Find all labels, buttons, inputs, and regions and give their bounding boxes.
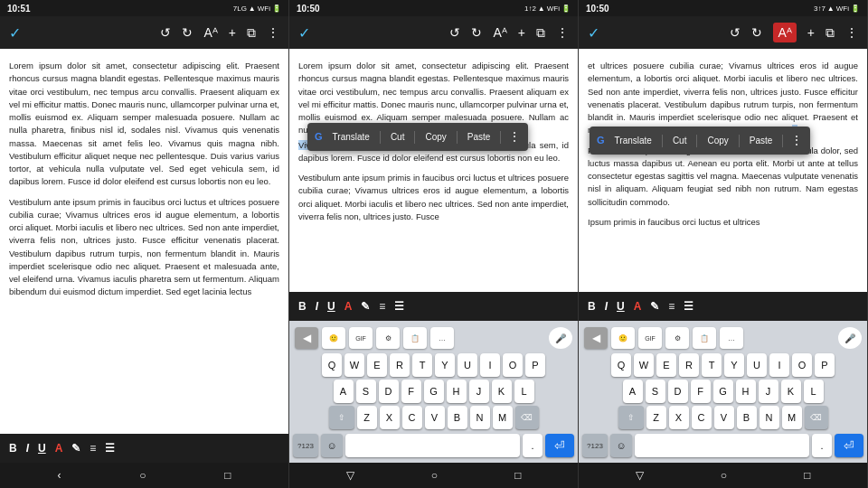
copy-icon-1[interactable]: ⧉	[247, 25, 256, 41]
key-E-3[interactable]: E	[656, 353, 676, 377]
undo-icon-3[interactable]: ↺	[730, 25, 741, 40]
bold-icon-3[interactable]: B	[588, 300, 596, 313]
key-I-2[interactable]: I	[480, 353, 500, 377]
undo-icon-1[interactable]: ↺	[160, 25, 171, 40]
kb-clipboard-btn-2[interactable]: 📋	[403, 327, 427, 349]
bullet-icon-3[interactable]: ☰	[684, 300, 693, 313]
highlight-icon-3[interactable]: ✎	[650, 300, 659, 313]
home-nav-2[interactable]: ○	[431, 469, 438, 482]
redo-icon-2[interactable]: ↻	[471, 25, 482, 40]
key-backspace-2[interactable]: ⌫	[515, 406, 539, 429]
underline-icon-3[interactable]: U	[617, 300, 625, 313]
key-P-3[interactable]: P	[815, 353, 835, 377]
recent-nav-1[interactable]: □	[224, 469, 231, 482]
highlight-icon-1[interactable]: ✎	[71, 442, 80, 455]
key-K-2[interactable]: K	[492, 380, 512, 403]
key-P-2[interactable]: P	[525, 353, 545, 377]
key-T-2[interactable]: T	[412, 353, 432, 377]
add-icon-1[interactable]: +	[229, 25, 236, 40]
key-shift-3[interactable]: ⇧	[618, 406, 644, 429]
font-icon-1[interactable]: Aᴬ	[203, 25, 217, 40]
bold-icon-2[interactable]: B	[298, 300, 307, 313]
highlight-icon-2[interactable]: ✎	[361, 300, 370, 313]
key-S-2[interactable]: S	[356, 380, 376, 403]
key-numsym-2[interactable]: ?123	[293, 434, 318, 457]
key-H-2[interactable]: H	[447, 380, 467, 403]
key-Z-2[interactable]: Z	[357, 406, 377, 429]
cut-btn-2[interactable]: Cut	[388, 128, 408, 145]
key-E-2[interactable]: E	[367, 353, 387, 377]
redo-icon-1[interactable]: ↻	[182, 25, 193, 40]
kb-mic-btn-3[interactable]: 🎤	[838, 327, 862, 349]
key-U-2[interactable]: U	[458, 353, 477, 377]
recent-nav-3[interactable]: □	[804, 469, 810, 482]
paste-btn-2[interactable]: Paste	[465, 128, 494, 145]
copy-icon-3[interactable]: ⧉	[826, 25, 835, 41]
add-icon-2[interactable]: +	[518, 25, 525, 40]
italic-icon-1[interactable]: I	[26, 442, 29, 455]
key-C-2[interactable]: C	[402, 406, 422, 429]
key-R-3[interactable]: R	[679, 353, 699, 377]
font-color-icon-3[interactable]: A	[634, 300, 642, 313]
more-icon-2[interactable]: ⋮	[556, 25, 569, 40]
key-X-2[interactable]: X	[380, 406, 400, 429]
kb-sticker-btn-2[interactable]: 🙂	[322, 327, 345, 349]
key-shift-2[interactable]: ⇧	[329, 406, 354, 429]
more-menu-icon-2[interactable]: ⋮	[508, 127, 521, 146]
back-nav-1[interactable]: ‹	[57, 469, 61, 482]
key-G-3[interactable]: G	[713, 380, 733, 403]
key-L-2[interactable]: L	[514, 380, 534, 403]
key-F-3[interactable]: F	[691, 380, 711, 403]
key-period-2[interactable]: .	[523, 434, 542, 457]
key-Q-3[interactable]: Q	[611, 353, 631, 377]
key-A-2[interactable]: A	[334, 380, 354, 403]
key-backspace-3[interactable]: ⌫	[805, 406, 828, 429]
key-G-2[interactable]: G	[424, 380, 444, 403]
key-J-2[interactable]: J	[469, 380, 489, 403]
check-icon-1[interactable]: ✓	[9, 24, 21, 42]
align-icon-1[interactable]: ≡	[90, 442, 96, 455]
add-icon-3[interactable]: +	[807, 25, 815, 40]
font-icon-3[interactable]: Aᴬ	[773, 23, 796, 42]
home-nav-1[interactable]: ○	[139, 469, 146, 482]
translate-btn-3[interactable]: Translate	[612, 132, 655, 149]
cut-btn-3[interactable]: Cut	[670, 132, 690, 149]
key-A-3[interactable]: A	[623, 380, 643, 403]
kb-settings-btn-3[interactable]: ⚙	[665, 327, 689, 349]
undo-icon-2[interactable]: ↺	[449, 25, 460, 40]
key-B-2[interactable]: B	[448, 406, 467, 429]
more-icon-1[interactable]: ⋮	[267, 25, 279, 40]
more-menu-icon-3[interactable]: ⋮	[790, 131, 803, 150]
align-icon-2[interactable]: ≡	[379, 300, 385, 313]
key-F-2[interactable]: F	[401, 380, 421, 403]
recent-nav-2[interactable]: □	[514, 469, 521, 482]
bullet-icon-1[interactable]: ☰	[105, 442, 115, 455]
key-T-3[interactable]: T	[702, 353, 722, 377]
key-R-2[interactable]: R	[390, 353, 410, 377]
key-emoji-3[interactable]: ☺	[610, 434, 632, 457]
back-nav-3[interactable]: ▽	[636, 469, 644, 482]
key-D-3[interactable]: D	[668, 380, 688, 403]
font-color-icon-1[interactable]: A	[55, 442, 63, 455]
align-icon-3[interactable]: ≡	[668, 300, 675, 313]
redo-icon-3[interactable]: ↻	[751, 25, 762, 40]
key-M-3[interactable]: M	[782, 406, 802, 429]
key-L-3[interactable]: L	[804, 380, 824, 403]
key-S-3[interactable]: S	[646, 380, 665, 403]
key-period-3[interactable]: .	[812, 434, 832, 457]
key-O-3[interactable]: O	[792, 353, 812, 377]
key-N-3[interactable]: N	[760, 406, 779, 429]
kb-more-btn-3[interactable]: …	[720, 327, 743, 349]
key-enter-2[interactable]: ⏎	[545, 434, 574, 457]
font-color-icon-2[interactable]: A	[344, 300, 353, 313]
home-nav-3[interactable]: ○	[721, 469, 727, 482]
kb-back-btn-2[interactable]: ◀	[295, 327, 318, 349]
copy-btn-2[interactable]: Copy	[422, 128, 448, 145]
key-B-3[interactable]: B	[737, 406, 757, 429]
more-icon-3[interactable]: ⋮	[845, 25, 858, 40]
key-I-3[interactable]: I	[769, 353, 789, 377]
key-C-3[interactable]: C	[692, 406, 712, 429]
italic-icon-3[interactable]: I	[605, 300, 608, 313]
key-Y-2[interactable]: Y	[435, 353, 455, 377]
key-space-2[interactable]	[345, 434, 520, 457]
